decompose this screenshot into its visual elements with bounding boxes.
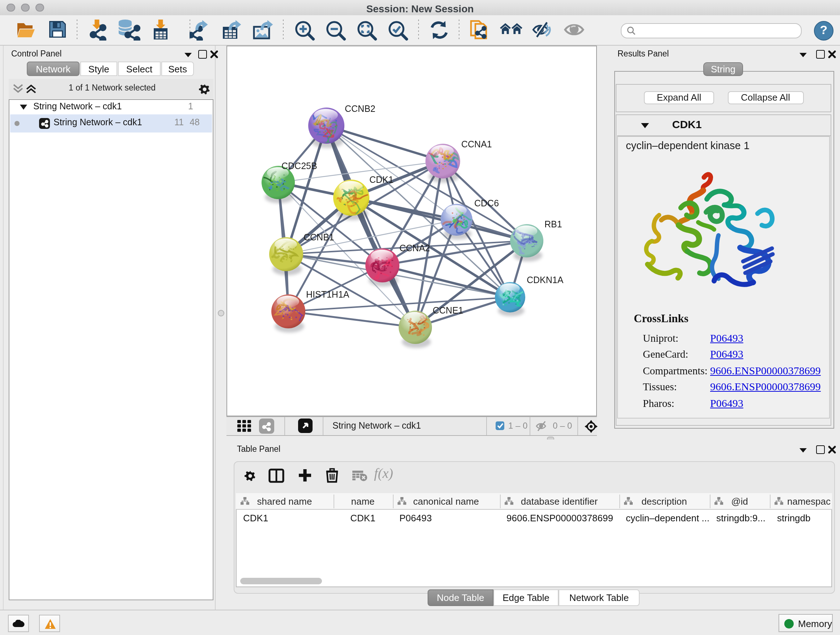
svg-text:CDKN1A: CDKN1A: [526, 274, 563, 285]
svg-text:CDK1: CDK1: [369, 174, 393, 184]
svg-text:CDC6: CDC6: [474, 198, 499, 208]
svg-text:CCNB2: CCNB2: [344, 103, 375, 113]
svg-text:CCNA2: CCNA2: [399, 242, 430, 253]
svg-text:HIST1H1A: HIST1H1A: [306, 289, 349, 299]
svg-text:CCNB1: CCNB1: [303, 232, 334, 242]
svg-text:RB1: RB1: [544, 219, 562, 229]
svg-text:CDC25B: CDC25B: [281, 160, 317, 171]
svg-text:CCNA1: CCNA1: [461, 139, 492, 149]
svg-text:CCNE1: CCNE1: [432, 305, 463, 315]
